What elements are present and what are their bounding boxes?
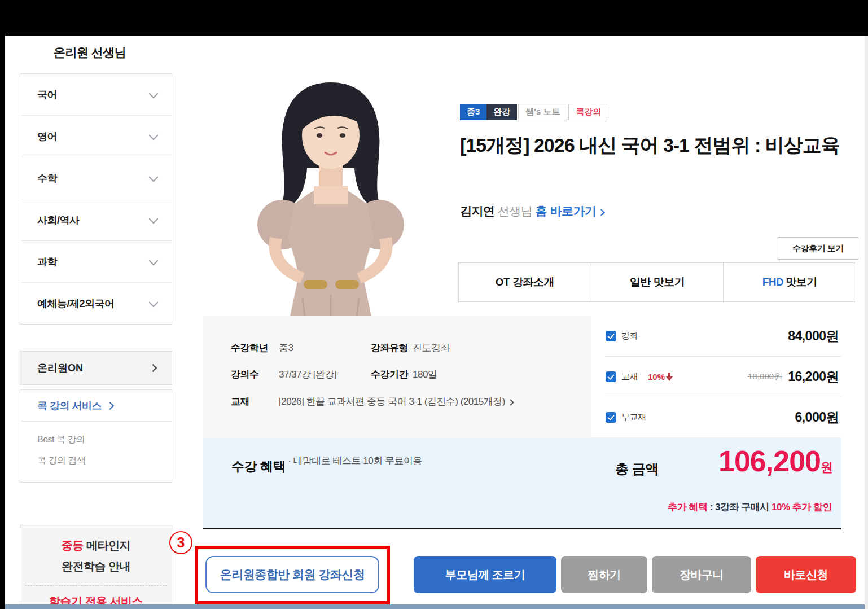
course-price: 84,000원 [788, 327, 839, 345]
extra-benefit-text: 3강좌 구매시 [715, 502, 771, 512]
meta-banner-line1: 중등 메타인지 [20, 538, 172, 553]
chevron-down-icon [149, 172, 159, 182]
info-lectures-label: 강의수 [231, 368, 259, 381]
sidebar-item-label: 콕 강의 서비스 [37, 399, 102, 413]
chevron-right-icon [149, 364, 157, 372]
chevron-down-icon [149, 256, 159, 265]
textbook-original-price: 18,000원 [748, 371, 782, 382]
info-type-label: 강좌유형 [371, 341, 408, 354]
tab-fhd-preview[interactable]: FHD 맛보기 [723, 263, 856, 301]
member-apply-button[interactable]: 온리원종합반 회원 강좌신청 [205, 556, 379, 593]
extra-benefit-highlight: 10% 추가 할인 [771, 502, 832, 512]
extra-benefit-colon: : [708, 502, 716, 512]
fhd-label: FHD [762, 276, 784, 288]
price-item-label: 부교재 [621, 412, 646, 423]
sidebar-item-math[interactable]: 수학 [20, 157, 172, 199]
sidebar-item-korean[interactable]: 국어 [20, 74, 172, 115]
fhd-rest: 맛보기 [786, 275, 817, 290]
teacher-name: 김지연 [460, 204, 495, 217]
benefit-label: 수강 혜택 [231, 458, 286, 475]
textbook-checkbox[interactable] [606, 371, 616, 382]
chevron-down-icon [149, 130, 159, 140]
info-lectures-value: 37/37강 [완강] [279, 368, 336, 381]
kok-links: Best 콕 강의 콕 강의 검색 [20, 422, 172, 471]
chevron-down-icon [149, 297, 159, 307]
info-type-value: 진도강좌 [413, 341, 450, 354]
sidebar-item-label: 국어 [37, 88, 57, 102]
course-badges: 중3 완강 쌤's 노트 콕강의 [460, 104, 608, 120]
tab-ot-intro[interactable]: OT 강좌소개 [459, 263, 591, 301]
info-textbook-label: 교재 [231, 395, 249, 408]
meta-banner-rest: 메타인지 [84, 539, 130, 551]
course-checkbox[interactable] [606, 331, 616, 341]
price-panel: 강좌 84,000원 교재 10% 18,000원 16,200원 부교재 6, [591, 316, 841, 437]
sidebar-item-onlyone-on[interactable]: 온리원ON [20, 351, 172, 385]
sidebar-item-best-kok[interactable]: Best 콕 강의 [37, 430, 172, 450]
teacher-home-link[interactable]: 홈 바로가기 [536, 204, 597, 217]
grade-badge: 중3 [460, 104, 486, 120]
complete-badge: 완강 [486, 104, 517, 120]
info-period-label: 수강기간 [371, 368, 408, 381]
sidebar-item-kok-search[interactable]: 콕 강의 검색 [37, 450, 172, 471]
sidebar-item-label: 사회/역사 [37, 213, 80, 227]
sidebar-item-label: 예체능/제2외국어 [37, 297, 115, 310]
info-textbook-link[interactable]: [2026] 한끝 교과서편 중등 국어 3-1 (김진수) (2015개정) [279, 395, 513, 408]
chevron-right-icon [598, 209, 605, 216]
teacher-line: 김지연 선생님 홈 바로가기 [460, 203, 604, 219]
scrollbar[interactable] [865, 36, 868, 609]
content-page: 온리원 선생님 국어 영어 수학 사회/역사 과학 [5, 36, 865, 609]
info-grade-label: 수강학년 [231, 341, 268, 354]
dashed-divider [25, 585, 167, 586]
cart-button[interactable]: 장바구니 [652, 556, 751, 593]
annotation-step-circle: 3 [169, 531, 192, 554]
arrow-down-icon [666, 373, 673, 381]
benefit-total-panel: 수강 혜택 · 내맘대로 테스트 10회 무료이용 총 금액 106,200원 … [203, 437, 841, 529]
sidebar-item-kok-service[interactable]: 콕 강의 서비스 [20, 390, 172, 422]
total-amount-unit: 원 [821, 460, 833, 474]
review-button[interactable]: 수강후기 보기 [778, 237, 858, 260]
annotation-highlight-box: 온리원종합반 회원 강좌신청 [195, 546, 390, 604]
sidebar-item-label: 영어 [37, 130, 57, 143]
subtextbook-price: 6,000원 [795, 409, 839, 426]
total-amount: 106,200원 [718, 444, 833, 478]
meta-banner-highlight: 중등 [62, 539, 84, 551]
info-textbook-value: [2026] 한끝 교과서편 중등 국어 3-1 (김진수) (2015개정) [279, 396, 505, 407]
preview-tabs: OT 강좌소개 일반 맛보기 FHD 맛보기 [458, 262, 856, 302]
teacher-photo [203, 73, 458, 316]
sidebar-item-arts-language[interactable]: 예체능/제2외국어 [20, 282, 172, 324]
chevron-down-icon [149, 214, 159, 224]
info-period-value: 180일 [413, 368, 437, 381]
wishlist-button[interactable]: 찜하기 [561, 556, 647, 593]
tab-normal-preview[interactable]: 일반 맛보기 [591, 263, 724, 301]
subtextbook-checkbox[interactable] [606, 412, 616, 423]
extra-benefit-label: 추가 혜택 [668, 502, 707, 512]
screen: 온리원 선생님 국어 영어 수학 사회/역사 과학 [0, 0, 868, 609]
benefit-text: · 내맘대로 테스트 10회 무료이용 [288, 454, 422, 467]
price-row-textbook: 교재 10% 18,000원 16,200원 [606, 356, 841, 397]
sidebar-item-english[interactable]: 영어 [20, 115, 172, 157]
chevron-right-icon [106, 401, 114, 409]
sidebar-title: 온리원 선생님 [54, 45, 126, 60]
apply-now-button[interactable]: 바로신청 [756, 556, 856, 593]
course-info-panel: 수강학년 중3 강좌유형 진도강좌 강의수 37/37강 [완강] 수강기간 1… [203, 316, 591, 437]
price-item-label: 강좌 [621, 331, 638, 341]
sidebar-item-social-history[interactable]: 사회/역사 [20, 199, 172, 240]
price-row-course: 강좌 84,000원 [606, 316, 841, 356]
ask-parents-button[interactable]: 부모님께 조르기 [414, 556, 556, 593]
sidebar-item-science[interactable]: 과학 [20, 240, 172, 282]
sidebar-subject-menu: 국어 영어 수학 사회/역사 과학 예체능/제2외국어 [20, 73, 172, 325]
price-row-subtextbook: 부교재 6,000원 [606, 397, 841, 437]
chevron-down-icon [149, 89, 159, 98]
discount-percent: 10% [648, 372, 665, 382]
course-title: [15개정] 2026 내신 국어 3-1 전범위 : 비상교육 [460, 133, 855, 158]
extra-benefit-line: 추가 혜택 : 3강좌 구매시 10% 추가 할인 [668, 501, 832, 514]
kok-lecture-badge: 콕강의 [568, 104, 608, 120]
total-label: 총 금액 [615, 460, 659, 478]
price-item-label: 교재 [621, 371, 638, 382]
sidebar-meta-banner[interactable]: 중등 메타인지 완전학습 안내 학습기 전용 서비스 [20, 525, 172, 609]
total-amount-number: 106,200 [718, 445, 821, 477]
sidebar-item-label: 과학 [37, 255, 57, 269]
meta-banner-line2: 완전학습 안내 [20, 559, 172, 574]
chevron-right-icon [507, 399, 514, 405]
teacher-suffix: 선생님 [495, 204, 536, 217]
